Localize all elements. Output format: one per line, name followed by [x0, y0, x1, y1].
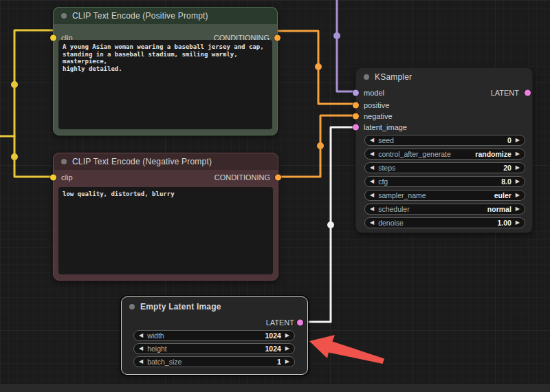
annotation-arrow-icon — [309, 335, 384, 364]
annotation-layer — [0, 0, 550, 392]
node-graph-canvas[interactable]: CLIP Text Encode (Positive Prompt) clip … — [0, 0, 550, 392]
